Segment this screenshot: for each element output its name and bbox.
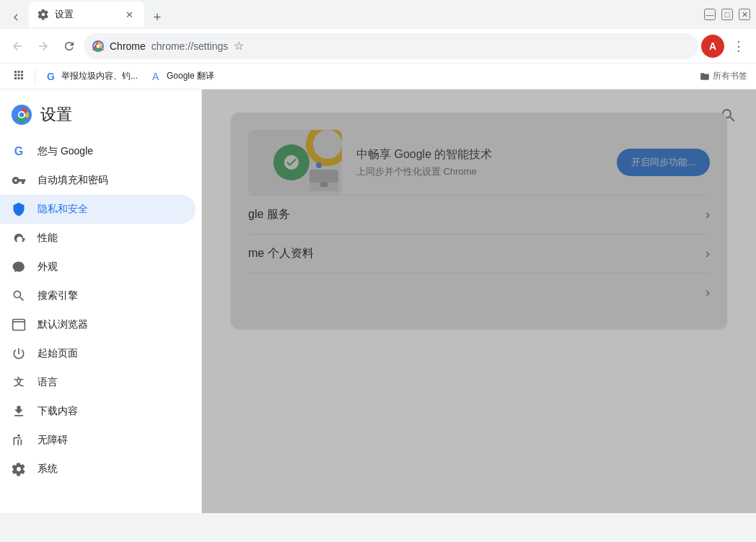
sidebar: 设置 G 您与 Google 自动填充和密码 隐私和安全 性能 xyxy=(0,89,202,513)
sidebar-label-autofill: 自动填充和密码 xyxy=(38,174,108,187)
google-icon: G xyxy=(12,144,26,159)
google-g-icon: G xyxy=(47,71,58,82)
settings-title: 设置 xyxy=(40,104,72,126)
startup-icon xyxy=(12,346,26,361)
sidebar-item-default-browser[interactable]: 默认浏览器 xyxy=(0,310,195,339)
url-text: chrome://settings xyxy=(151,40,229,52)
all-bookmarks-label: 所有书签 xyxy=(713,70,747,82)
sidebar-item-google[interactable]: G 您与 Google xyxy=(0,137,195,166)
shield-icon xyxy=(12,202,26,217)
sidebar-label-appearance: 外观 xyxy=(38,261,58,274)
sidebar-item-performance[interactable]: 性能 xyxy=(0,224,195,253)
minimize-button[interactable]: — xyxy=(704,9,716,20)
sidebar-label-search: 搜索引擎 xyxy=(38,289,78,302)
sidebar-item-autofill[interactable]: 自动填充和密码 xyxy=(0,166,195,195)
sidebar-header: 设置 xyxy=(0,95,201,137)
tab-close-button[interactable]: ✕ xyxy=(123,8,136,21)
main-layout: 设置 G 您与 Google 自动填充和密码 隐私和安全 性能 xyxy=(0,89,756,513)
new-tab-button[interactable]: + xyxy=(147,7,167,27)
search-icon xyxy=(12,289,26,303)
maximize-button[interactable]: □ xyxy=(721,9,733,20)
toolbar: Chrome chrome://settings ☆ A ⋮ xyxy=(0,29,756,64)
language-icon: 文 xyxy=(12,375,26,390)
key-icon xyxy=(12,173,26,188)
sidebar-label-language: 语言 xyxy=(38,376,58,389)
svg-point-3 xyxy=(97,44,100,48)
sidebar-item-startup[interactable]: 起始页面 xyxy=(0,339,195,368)
overlay xyxy=(202,89,756,513)
window-controls: — □ ✕ xyxy=(704,9,750,20)
bookmark-label-translate: Google 翻译 xyxy=(167,70,214,82)
appearance-icon xyxy=(12,260,26,274)
forward-button[interactable] xyxy=(32,35,55,58)
close-button[interactable]: ✕ xyxy=(739,9,750,20)
sidebar-label-system: 系统 xyxy=(38,463,58,476)
sidebar-label-performance: 性能 xyxy=(38,232,58,245)
address-bar[interactable]: Chrome chrome://settings ☆ xyxy=(84,33,698,59)
svg-rect-7 xyxy=(13,320,25,331)
sidebar-item-search[interactable]: 搜索引擎 xyxy=(0,281,195,310)
svg-point-8 xyxy=(17,434,19,437)
sidebar-item-language[interactable]: 文 语言 xyxy=(0,368,195,397)
bookmark-star-icon[interactable]: ☆ xyxy=(234,39,244,53)
tab-favicon-icon xyxy=(38,9,49,20)
tab-title: 设置 xyxy=(55,8,117,21)
tab-back-button[interactable] xyxy=(6,7,26,27)
sidebar-label-accessibility: 无障碍 xyxy=(38,434,68,447)
sidebar-item-privacy[interactable]: 隐私和安全 xyxy=(0,195,195,224)
sidebar-item-appearance[interactable]: 外观 xyxy=(0,253,195,281)
address-favicon-icon xyxy=(92,40,104,52)
apps-button[interactable] xyxy=(9,66,29,87)
sidebar-item-system[interactable]: 系统 xyxy=(0,455,195,484)
tab-container: 设置 ✕ + xyxy=(6,1,704,27)
sidebar-label-google: 您与 Google xyxy=(38,145,93,158)
sidebar-label-downloads: 下载内容 xyxy=(38,405,78,418)
bookmarks-divider xyxy=(35,69,35,84)
sidebar-label-startup: 起始页面 xyxy=(38,347,78,360)
back-button[interactable] xyxy=(6,35,29,58)
accessibility-icon xyxy=(12,433,26,447)
chrome-logo-icon xyxy=(12,105,32,125)
download-icon xyxy=(12,404,26,419)
content-area: 中畅享 Google 的智能技术 上同步并个性化设置 Chrome 开启同步功能… xyxy=(202,89,756,513)
sidebar-label-privacy: 隐私和安全 xyxy=(38,203,88,216)
titlebar: 设置 ✕ + — □ ✕ xyxy=(0,0,756,29)
svg-point-6 xyxy=(19,113,25,118)
performance-icon xyxy=(12,231,26,245)
sidebar-item-accessibility[interactable]: 无障碍 xyxy=(0,426,195,455)
active-tab[interactable]: 设置 ✕ xyxy=(29,1,144,27)
more-button[interactable]: ⋮ xyxy=(727,35,750,58)
bookmark-label-report: 举报垃圾内容、钓... xyxy=(61,70,138,82)
bookmark-item-report[interactable]: G 举报垃圾内容、钓... xyxy=(41,67,144,85)
bookmarks-bar: G 举报垃圾内容、钓... A Google 翻译 所有书签 xyxy=(0,64,756,89)
all-bookmarks[interactable]: 所有书签 xyxy=(700,70,747,82)
bookmark-item-translate[interactable]: A Google 翻译 xyxy=(146,67,220,85)
chrome-label: Chrome xyxy=(110,40,146,52)
sidebar-item-downloads[interactable]: 下载内容 xyxy=(0,397,195,426)
reload-button[interactable] xyxy=(58,35,81,58)
sidebar-label-default-browser: 默认浏览器 xyxy=(38,318,88,331)
translate-icon: A xyxy=(152,71,164,82)
profile-button[interactable]: A xyxy=(701,35,724,58)
browser-icon xyxy=(12,318,26,332)
address-text: Chrome chrome://settings xyxy=(110,40,228,52)
system-icon xyxy=(12,462,26,476)
